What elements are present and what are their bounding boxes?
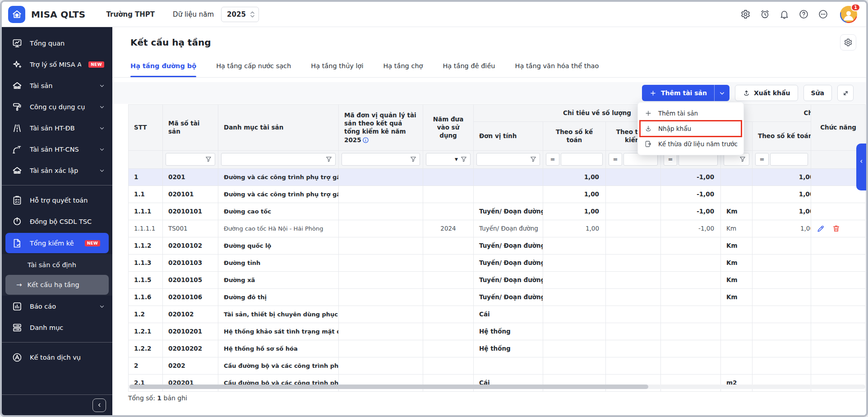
sidebar-item[interactable]: Danh mục — [2, 317, 112, 338]
side-panel-toggle[interactable] — [856, 144, 866, 190]
sidebar-item[interactable]: Tổng kiểm kêNEW — [5, 233, 109, 253]
export-button[interactable]: Xuất khẩu — [735, 85, 798, 101]
table-row[interactable]: 1.2.202010202Hệ thống hồ sơ số hóaHệ thố… — [129, 340, 866, 357]
cell-stt: 1.1.3 — [129, 254, 163, 271]
cell-qty-inventory — [606, 220, 661, 237]
filter-unit1-input[interactable] — [480, 155, 527, 164]
sidebar-item[interactable]: Hỗ trợ quyết toán — [2, 190, 112, 211]
cell-year — [423, 340, 474, 357]
more-icon[interactable] — [818, 9, 828, 19]
filter-unit2-input[interactable] — [727, 155, 737, 164]
table-row[interactable]: 1.1.202010102Đường quốc lộTuyến/ Đoạn đư… — [129, 237, 866, 254]
filter-asset-code-input[interactable] — [169, 155, 203, 164]
cell-unit-code — [339, 237, 423, 254]
scrollbar-thumb[interactable] — [129, 385, 648, 389]
menu-item[interactable]: Kế thừa dữ liệu năm trước — [638, 136, 743, 152]
sidebar-item[interactable]: Tổng quan — [2, 32, 112, 54]
notifications-icon[interactable] — [779, 9, 790, 19]
filter-funnel-icon[interactable] — [205, 156, 212, 163]
cell-actions — [811, 323, 866, 340]
table-row[interactable]: 1.1.102010101Đường cao tốcTuyến/ Đoạn đư… — [129, 203, 866, 220]
sidebar-item-label: Tài sản HT-CNS — [30, 146, 79, 153]
filter-funnel-icon[interactable] — [530, 156, 537, 163]
table-row[interactable]: 1.1.502010105Đường xãTuyến/ Đoạn đườngKm — [129, 271, 866, 288]
cell-unit-code — [339, 288, 423, 306]
cell-actions — [811, 203, 866, 220]
table-row[interactable]: 1.1020101Đường và các công trình phụ trợ… — [129, 185, 866, 203]
filter-funnel-icon[interactable] — [325, 156, 332, 163]
fullscreen-button[interactable] — [837, 85, 854, 101]
tab-item[interactable]: Hạ tầng cấp nước sạch — [216, 60, 291, 77]
sidebar-item[interactable]: Trợ lý số MISA AVANEW — [2, 54, 112, 75]
tab-label: Hạ tầng thủy lợi — [311, 62, 363, 70]
table-row[interactable]: 1.1.602010106Đường đô thịTuyến/ Đoạn đườ… — [129, 288, 866, 306]
filter-asset-code — [166, 153, 215, 166]
delete-row-icon[interactable] — [832, 224, 840, 233]
reminder-icon[interactable] — [760, 9, 770, 19]
equals-operator[interactable]: = — [609, 153, 622, 166]
tab-item[interactable]: Hạ tầng chợ — [383, 60, 423, 77]
cell-unit1: Tuyến/ Đoạn đường — [474, 254, 543, 271]
filter-unit-code — [342, 153, 420, 166]
org-name[interactable]: Trường THPT — [106, 10, 155, 19]
sidebar-subitem[interactable]: Tài sản cố định — [2, 255, 112, 275]
equals-operator[interactable]: = — [755, 153, 769, 166]
equals-operator[interactable]: = — [546, 153, 559, 166]
filter-funnel-icon[interactable] — [739, 156, 746, 163]
table-row[interactable]: 10201Đường và các công trình phụ trợ gắn… — [129, 168, 866, 185]
filter-funnel-icon[interactable] — [460, 156, 467, 163]
filter-funnel-icon[interactable] — [410, 156, 417, 163]
sidebar-item[interactable]: Báo cáo — [2, 296, 112, 317]
table-settings-button[interactable] — [840, 34, 856, 51]
tab-active[interactable]: Hạ tầng đường bộ — [130, 60, 196, 77]
info-icon[interactable] — [362, 137, 369, 144]
edit-row-icon[interactable] — [817, 224, 825, 233]
horizontal-scrollbar[interactable] — [128, 385, 865, 389]
cell-qty-diff — [661, 254, 721, 271]
year-stepper-icon[interactable] — [250, 11, 254, 18]
table-row[interactable]: 1.2020102Tài sản, thiết bị chuyên dùng p… — [129, 306, 866, 323]
sidebar-item[interactable]: Tài sản — [2, 75, 112, 96]
tools-icon — [12, 102, 23, 112]
misa-logo-icon[interactable] — [8, 6, 25, 23]
settings-icon[interactable] — [740, 9, 751, 19]
tab-item[interactable]: Hạ tầng đê điều — [443, 60, 495, 77]
sidebar-collapse-button[interactable] — [92, 398, 106, 412]
dashboard-icon — [12, 38, 23, 49]
sidebar-item[interactable]: Công cụ dụng cụ — [2, 96, 112, 117]
add-asset-dropdown-toggle[interactable] — [714, 85, 729, 101]
filter-unit-code-input[interactable] — [345, 155, 407, 164]
menu-item[interactable]: Thêm tài sản — [638, 106, 743, 121]
tab-item[interactable]: Hạ tầng thủy lợi — [311, 60, 363, 77]
user-avatar[interactable]: 1 — [840, 6, 857, 23]
filter-qty-accounting-input[interactable] — [561, 153, 603, 166]
table-row[interactable]: 1.1.302010103Đường tỉnhTuyến/ Đoạn đường… — [129, 254, 866, 271]
filter-asset-category-input[interactable] — [224, 155, 323, 164]
add-asset-button[interactable]: Thêm tài sản — [642, 85, 714, 101]
chevron-left-icon — [859, 159, 864, 190]
cell-unit2 — [721, 357, 753, 374]
year-selector[interactable]: 2025 — [221, 7, 259, 22]
sidebar-item[interactable]: Tài sản HT-ĐB — [2, 117, 112, 139]
cell-stt: 1.2 — [129, 306, 163, 323]
sidebar-subitem[interactable]: →Kết cấu hạ tầng — [5, 275, 109, 295]
cell-stt: 2 — [129, 357, 163, 374]
help-icon[interactable] — [799, 9, 809, 19]
table-row[interactable]: 1.2.102010201Hệ thống khảo sát tình trạn… — [129, 323, 866, 340]
edit-button[interactable]: Sửa — [803, 85, 832, 101]
cell-qty-diff — [661, 340, 721, 357]
sidebar-item[interactable]: Tài sản HT-CNS — [2, 139, 112, 160]
cell-year — [423, 237, 474, 254]
table-row[interactable]: 1.1.1.1TS001Đường cao tốc Hà Nội - Hải P… — [129, 220, 866, 237]
tab-item[interactable]: Hạ tầng văn hóa thể thao — [515, 60, 599, 77]
filter-value-accounting-input[interactable] — [770, 153, 808, 166]
menu-item[interactable]: Nhập khẩu — [638, 121, 743, 136]
filter-year-input[interactable] — [429, 155, 452, 164]
report-icon — [12, 301, 23, 312]
dropdown-caret-icon[interactable]: ▼ — [455, 158, 458, 162]
sidebar-item[interactable]: Tài sản xác lập — [2, 160, 112, 181]
sidebar-item[interactable]: Kế toán dịch vụ — [2, 347, 112, 368]
table-row[interactable]: 20202Cầu đường bộ và các công trình phụ … — [129, 357, 866, 374]
sidebar-item[interactable]: Đồng bộ CSDL TSC — [2, 211, 112, 232]
cell-unit1: Tuyến/ Đoạn đường — [474, 220, 543, 237]
